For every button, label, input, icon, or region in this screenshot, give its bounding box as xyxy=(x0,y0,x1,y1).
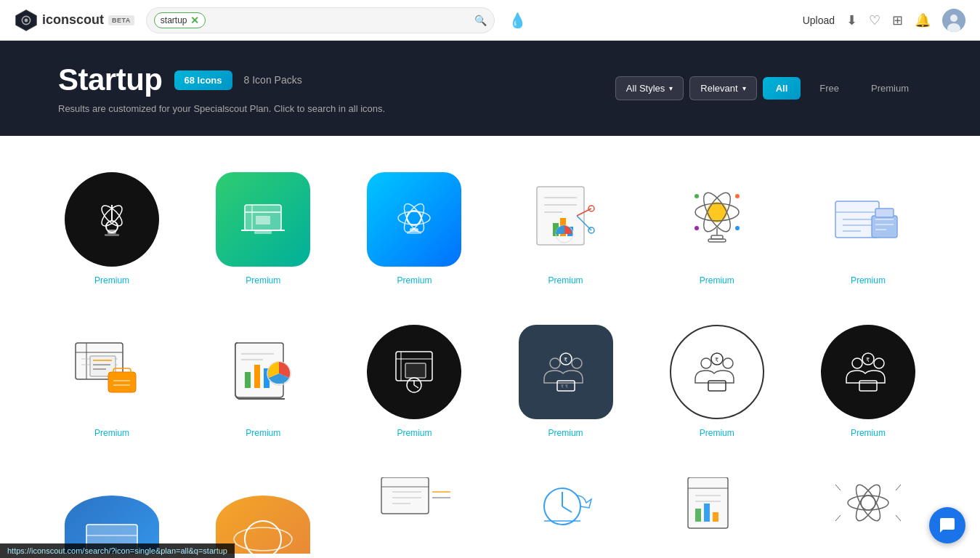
upload-button[interactable]: Upload xyxy=(803,15,835,26)
icon-image: ₹ xyxy=(670,325,764,419)
svg-rect-42 xyxy=(708,239,726,242)
search-bar[interactable]: startup ✕ 🔍 xyxy=(146,7,495,33)
premium-badge: Premium xyxy=(548,428,583,438)
premium-badge: Premium xyxy=(548,275,583,286)
svg-point-89 xyxy=(701,358,711,368)
svg-point-95 xyxy=(874,358,884,368)
svg-rect-98 xyxy=(859,381,877,391)
icon-image: ₹ xyxy=(821,325,915,419)
download-icon[interactable]: ⬇ xyxy=(846,12,857,28)
svg-rect-23 xyxy=(407,232,421,234)
bell-icon[interactable]: 🔔 xyxy=(915,12,931,28)
icon-card[interactable]: Premium xyxy=(346,310,482,448)
svg-rect-53 xyxy=(875,209,894,217)
svg-rect-11 xyxy=(105,234,119,236)
svg-rect-66 xyxy=(108,372,136,392)
grid-icon[interactable]: ⊞ xyxy=(892,12,903,28)
svg-point-44 xyxy=(694,194,699,198)
svg-point-19 xyxy=(398,211,430,225)
svg-rect-70 xyxy=(245,372,251,388)
styles-filter-label: All Styles xyxy=(626,83,665,94)
svg-rect-15 xyxy=(256,216,270,225)
icons-count-badge: 68 Icons xyxy=(174,70,232,90)
icon-card[interactable]: Premium xyxy=(44,158,180,296)
icon-image xyxy=(519,477,613,535)
icon-card[interactable] xyxy=(346,463,482,558)
search-tag-close-icon[interactable]: ✕ xyxy=(190,15,199,26)
icon-card[interactable]: ₹ ₹ ₹ Premium xyxy=(498,310,634,448)
hero-title-row: Startup 68 Icons 8 Icon Packs xyxy=(58,62,594,97)
styles-filter[interactable]: All Styles ▾ xyxy=(615,76,684,100)
icon-card[interactable]: Premium xyxy=(498,158,634,296)
water-drop-icon[interactable]: 💧 xyxy=(506,9,530,32)
search-tag-text: startup xyxy=(161,15,187,25)
icon-card[interactable] xyxy=(498,463,634,558)
chat-icon xyxy=(939,517,956,534)
svg-rect-119 xyxy=(704,504,710,522)
premium-filter-button[interactable]: Premium xyxy=(858,77,922,100)
icon-card[interactable]: Premium xyxy=(649,158,785,296)
svg-line-82 xyxy=(414,385,418,388)
main-content: Premium Premium xyxy=(0,136,980,558)
all-filter-button[interactable]: All xyxy=(763,77,801,100)
svg-rect-93 xyxy=(708,381,726,391)
icon-image xyxy=(367,477,461,535)
icon-image xyxy=(216,172,310,267)
free-filter-button[interactable]: Free xyxy=(806,77,852,100)
search-icon[interactable]: 🔍 xyxy=(474,15,487,26)
icon-image xyxy=(65,172,159,267)
relevance-filter[interactable]: Relevant ▾ xyxy=(689,76,756,100)
svg-point-122 xyxy=(848,496,888,510)
icon-card[interactable] xyxy=(649,463,785,558)
premium-badge: Premium xyxy=(700,428,734,438)
svg-rect-118 xyxy=(695,509,701,522)
icon-card[interactable]: Premium xyxy=(195,158,331,296)
svg-line-127 xyxy=(835,515,841,521)
svg-point-43 xyxy=(735,194,740,198)
svg-point-94 xyxy=(852,358,862,368)
svg-point-4 xyxy=(950,15,957,22)
logo-text: iconscout xyxy=(42,12,104,28)
icon-card[interactable]: Premium xyxy=(800,158,936,296)
svg-point-84 xyxy=(572,358,582,368)
relevance-chevron-icon: ▾ xyxy=(742,84,746,92)
header: iconscout BETA startup ✕ 🔍 💧 Upload ⬇ ♡ … xyxy=(0,0,980,41)
svg-rect-17 xyxy=(254,230,272,234)
premium-badge: Premium xyxy=(700,275,734,286)
svg-point-2 xyxy=(25,18,28,22)
premium-badge: Premium xyxy=(246,428,280,438)
icon-image xyxy=(519,172,613,267)
icon-grid: Premium Premium xyxy=(44,158,936,448)
svg-rect-10 xyxy=(108,230,116,234)
hero-content: Startup 68 Icons 8 Icon Packs Results ar… xyxy=(58,62,594,114)
svg-text:₹: ₹ xyxy=(564,357,567,363)
premium-badge: Premium xyxy=(246,275,280,286)
icon-card[interactable]: Premium xyxy=(346,158,482,296)
svg-rect-71 xyxy=(254,365,260,388)
icon-card[interactable]: ₹ Premium xyxy=(800,310,936,448)
icon-card[interactable]: Premium xyxy=(44,310,180,448)
icon-card[interactable]: ₹ Premium xyxy=(649,310,785,448)
icon-image: ₹ ₹ ₹ xyxy=(519,325,613,419)
svg-text:₹: ₹ xyxy=(715,357,718,363)
premium-badge: Premium xyxy=(851,428,886,438)
svg-line-128 xyxy=(896,515,901,521)
icon-image xyxy=(367,325,461,419)
search-tag[interactable]: startup ✕ xyxy=(154,12,206,28)
hero-filters: All Styles ▾ Relevant ▾ All Free Premium xyxy=(615,76,922,100)
heart-icon[interactable]: ♡ xyxy=(869,12,880,28)
hero-title: Startup xyxy=(58,62,163,97)
hero-subtitle: Results are customized for your Specials… xyxy=(58,103,594,114)
logo-area[interactable]: iconscout BETA xyxy=(15,9,134,32)
svg-point-101 xyxy=(245,521,281,554)
svg-rect-120 xyxy=(713,512,718,522)
icon-card[interactable]: Premium xyxy=(195,310,331,448)
svg-point-45 xyxy=(735,226,740,230)
icon-image xyxy=(367,172,461,267)
chat-button[interactable] xyxy=(929,507,965,543)
svg-point-36 xyxy=(707,202,727,222)
svg-rect-79 xyxy=(405,363,426,378)
icon-card[interactable] xyxy=(800,463,936,558)
avatar[interactable] xyxy=(942,9,965,32)
premium-badge: Premium xyxy=(397,428,432,438)
